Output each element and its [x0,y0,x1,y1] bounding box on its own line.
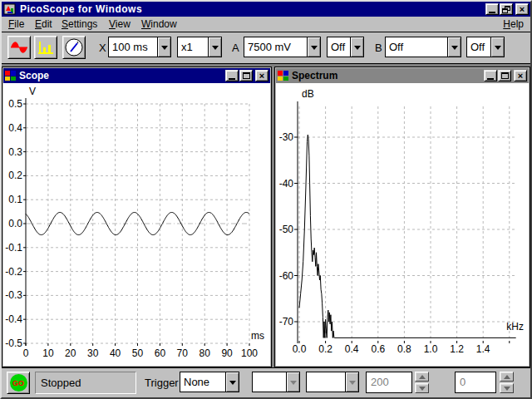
svg-text:0.1: 0.1 [8,194,22,205]
minimize-icon [489,12,495,13]
menu-item-help[interactable]: Help [501,17,525,32]
menu-item-view[interactable]: View [107,17,132,32]
channel-b-range-select[interactable]: Off [385,37,461,57]
menu-item-window[interactable]: Window [140,17,179,32]
svg-text:-40: -40 [279,178,294,190]
scope-window: Scope × 0.50.40.30.20.10.0-0.1-0.2-0.3-0… [2,66,272,367]
scope-client-area: 0.50.40.30.20.10.0-0.1-0.2-0.3-0.4-0.501… [3,83,270,366]
spectrum-view-button[interactable] [34,36,57,59]
svg-text:0.3: 0.3 [8,146,22,158]
spin-up-icon[interactable] [500,372,514,382]
dropdown-arrow-icon[interactable] [350,37,363,57]
spectrum-minimize-button[interactable] [484,70,497,81]
scope-window-icon [5,70,17,81]
menu-bar: File Edit Settings View Window Help [2,17,530,32]
app-title: PicoScope for Windows [20,3,485,15]
spectrum-chart: -30-40-50-60-700.00.20.40.60.81.01.21.4d… [276,83,529,366]
multiplier-select[interactable]: x1 [177,37,222,57]
menu-item-edit[interactable]: Edit [33,17,54,32]
status-bar: GO Stopped Trigger None 200 0 [2,367,530,397]
restore-icon [502,6,510,13]
scope-view-button[interactable] [7,36,31,59]
svg-text:100: 100 [241,347,258,359]
svg-text:0.2: 0.2 [318,343,332,355]
scope-close-button[interactable]: × [255,70,268,81]
channel-a-mode-select[interactable]: Off [327,37,364,57]
svg-text:-0.3: -0.3 [5,289,22,301]
dropdown-arrow-icon[interactable] [157,37,170,57]
dropdown-arrow-icon [286,372,299,392]
go-icon: GO [10,374,27,392]
dropdown-arrow-icon [345,372,358,392]
channel-b-label: B [375,42,382,54]
close-icon: × [520,5,525,13]
trigger-direction-select [306,372,359,392]
meter-view-button[interactable] [62,36,86,59]
dropdown-arrow-icon[interactable] [490,37,504,57]
toolbar: X 100 ms x1 A 7500 mV Off B Off Off [2,33,530,64]
spectrum-close-button[interactable]: × [514,70,527,81]
svg-text:1.0: 1.0 [424,343,438,355]
dropdown-arrow-icon[interactable] [225,372,239,392]
svg-text:40: 40 [110,347,121,359]
spectrum-window-title: Spectrum [292,70,483,81]
svg-text:kHz: kHz [506,321,524,332]
svg-text:0.4: 0.4 [345,343,359,355]
maximize-icon [501,72,509,79]
menu-item-file[interactable]: File [7,17,26,32]
channel-b-mode-select[interactable]: Off [466,37,505,57]
menu-item-settings[interactable]: Settings [60,17,99,32]
trigger-delay-spinner[interactable] [500,372,514,393]
trigger-delay-field: 0 [455,372,496,393]
svg-text:V: V [29,86,36,97]
svg-text:ms: ms [251,330,264,342]
bar-chart-icon [36,37,56,57]
dropdown-arrow-icon[interactable] [307,37,320,57]
scope-minimize-button[interactable] [225,70,239,81]
svg-text:dB: dB [302,88,314,100]
trigger-label: Trigger [145,377,179,389]
timebase-select[interactable]: 100 ms [108,37,171,57]
svg-text:0.0: 0.0 [8,218,22,229]
spin-down-icon[interactable] [415,383,429,393]
trigger-threshold-spinner[interactable] [415,372,429,393]
trigger-threshold-field: 200 [366,372,412,393]
svg-text:1.2: 1.2 [450,343,464,355]
scope-maximize-button[interactable] [239,70,253,81]
sine-wave-icon [9,37,29,57]
scope-titlebar[interactable]: Scope × [3,68,270,83]
channel-a-label: A [232,42,239,54]
mdi-area: Scope × 0.50.40.30.20.10.0-0.1-0.2-0.3-0… [2,64,530,371]
minimize-icon [229,78,235,80]
svg-text:-60: -60 [279,270,294,282]
app-icon [3,2,17,16]
dropdown-arrow-icon[interactable] [208,37,221,57]
spin-down-icon[interactable] [500,383,514,393]
svg-text:-30: -30 [279,131,294,143]
channel-a-range-select[interactable]: 7500 mV [244,37,321,57]
go-button[interactable]: GO [7,372,30,394]
svg-text:0: 0 [23,347,29,359]
svg-text:-0.1: -0.1 [5,242,22,254]
trigger-select[interactable]: None [180,372,239,392]
app-titlebar[interactable]: PicoScope for Windows × [2,2,530,17]
svg-text:80: 80 [200,347,211,359]
restore-button[interactable] [500,3,513,15]
close-button[interactable]: × [515,3,529,15]
trigger-channel-select [252,372,300,392]
svg-text:30: 30 [87,347,99,359]
close-icon: × [259,71,264,80]
svg-text:70: 70 [177,347,189,359]
timebase-label: X [99,42,106,54]
svg-text:0.2: 0.2 [8,170,22,181]
spectrum-titlebar[interactable]: Spectrum × [276,68,529,83]
dropdown-arrow-icon[interactable] [447,37,461,57]
svg-text:0.8: 0.8 [397,343,411,355]
spectrum-window-icon [278,70,289,81]
spectrum-maximize-button[interactable] [498,70,511,81]
maximize-icon [243,72,250,79]
spectrum-window: Spectrum × -30-40-50-60-700.00.20.40.60.… [274,66,530,367]
svg-text:1.4: 1.4 [476,343,490,355]
minimize-button[interactable] [485,3,499,15]
spin-up-icon[interactable] [415,372,429,382]
